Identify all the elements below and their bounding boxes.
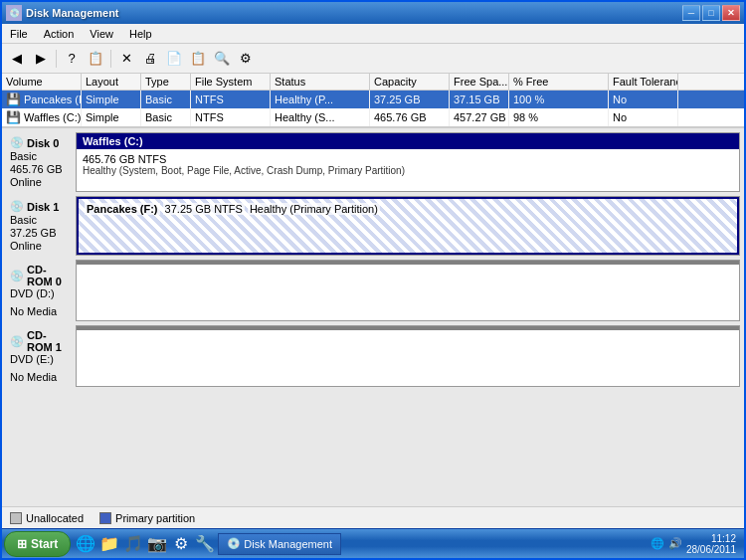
primary-label: Primary partition	[115, 512, 195, 524]
legend-bar: Unallocated Primary partition	[2, 506, 744, 528]
active-item-icon: 💿	[227, 537, 241, 550]
row1-capacity: 37.25 GB	[370, 91, 450, 108]
properties-button[interactable]: 📋	[85, 48, 106, 70]
menubar: File Action View Help	[2, 24, 744, 44]
legend-unallocated: Unallocated	[10, 512, 84, 524]
row1-status: Healthy (P...	[271, 91, 370, 108]
cdrom0-header	[77, 261, 739, 265]
disk1-size: 37.25 GB	[10, 227, 72, 239]
disk0-health: Healthy (System, Boot, Page File, Active…	[83, 165, 733, 176]
col-volume[interactable]: Volume	[2, 74, 82, 90]
copy-button[interactable]: 📄	[163, 48, 185, 70]
disk0-label: 💿 Disk 0 Basic 465.76 GB Online	[6, 132, 76, 192]
row1-layout: Simple	[82, 91, 141, 108]
disk-area: 💿 Disk 0 Basic 465.76 GB Online Waffles …	[2, 128, 744, 506]
table-row[interactable]: 💾 Waffles (C:) Simple Basic NTFS Healthy…	[2, 108, 744, 126]
disk1-row: 💿 Disk 1 Basic 37.25 GB Online Pancakes …	[6, 196, 740, 256]
col-capacity[interactable]: Capacity	[370, 74, 450, 90]
col-free[interactable]: Free Spa...	[450, 74, 509, 90]
primary-swatch	[99, 512, 111, 524]
help-toolbar-button[interactable]: ?	[61, 48, 83, 70]
disk1-partition-name: Pancakes (F:)	[85, 203, 160, 215]
titlebar-buttons: ─ □ ✕	[682, 5, 740, 21]
system-tray: 🌐 🔊 11:12 28/06/2011	[645, 533, 742, 555]
cdrom1-content[interactable]	[76, 325, 740, 387]
row2-type: Basic	[141, 108, 191, 126]
cdrom1-title: CD-ROM 1	[27, 329, 72, 353]
toolbar: ◀ ▶ ? 📋 ✕ 🖨 📄 📋 🔍 ⚙	[2, 44, 744, 74]
row1-type: Basic	[141, 91, 191, 108]
menu-help[interactable]: Help	[121, 26, 160, 42]
taskbar-tools-icon[interactable]: 🔧	[194, 533, 216, 555]
taskbar-folder-icon[interactable]: 📁	[98, 533, 120, 555]
close-button[interactable]: ✕	[722, 5, 740, 21]
col-percent[interactable]: % Free	[509, 74, 609, 90]
menu-action[interactable]: Action	[36, 26, 83, 42]
row1-volume: 💾 Pancakes (F:)	[2, 91, 82, 108]
toolbar-separator-1	[56, 50, 57, 68]
windows-logo-icon: ⊞	[17, 537, 27, 551]
cdrom0-content[interactable]	[76, 260, 740, 321]
row2-percent: 98 %	[509, 108, 609, 126]
cdrom-icon: 💿	[10, 270, 24, 282]
maximize-button[interactable]: □	[702, 5, 720, 21]
disk0-size: 465.76 GB	[10, 163, 72, 175]
disk1-type: Basic	[10, 214, 72, 226]
taskbar-camera-icon[interactable]: 📷	[146, 533, 168, 555]
disk0-details: 465.76 GB NTFS	[83, 153, 733, 165]
row2-free: 457.27 GB	[450, 108, 509, 126]
disk1-partition-health: Healthy (Primary Partition)	[248, 203, 380, 215]
unallocated-swatch	[10, 512, 22, 524]
clock: 11:12 28/06/2011	[686, 533, 736, 555]
taskbar-active-item[interactable]: 💿 Disk Management	[218, 533, 341, 555]
titlebar-left: 💿 Disk Management	[6, 5, 119, 21]
disk1-primary-partition[interactable]: Pancakes (F:) 37.25 GB NTFS Healthy (Pri…	[77, 197, 739, 255]
col-filesystem[interactable]: File System	[191, 74, 271, 90]
row2-volume: 💾 Waffles (C:)	[2, 108, 82, 126]
row1-fault: No	[609, 91, 678, 108]
taskbar-ie-icon[interactable]: 🌐	[75, 533, 96, 555]
hdd-icon: 💾	[6, 93, 21, 106]
taskbar-items: 🌐 📁 🎵 📷 ⚙ 🔧 💿 Disk Management	[71, 533, 645, 555]
minimize-button[interactable]: ─	[682, 5, 700, 21]
network-icon: 🌐	[651, 537, 664, 550]
volume-table: Volume Layout Type File System Status Ca…	[2, 74, 744, 128]
legend-primary: Primary partition	[99, 512, 195, 524]
menu-file[interactable]: File	[2, 26, 36, 42]
col-type[interactable]: Type	[141, 74, 191, 90]
delete-button[interactable]: ✕	[115, 48, 137, 70]
disk0-body: 465.76 GB NTFS Healthy (System, Boot, Pa…	[77, 149, 739, 180]
wizard-button[interactable]: ⚙	[235, 48, 257, 70]
forward-button[interactable]: ▶	[30, 48, 52, 70]
volume-icon: 🔊	[668, 537, 682, 550]
cdrom0-title: CD-ROM 0	[27, 264, 72, 287]
row1-fs: NTFS	[191, 91, 271, 108]
table-row[interactable]: 💾 Pancakes (F:) Simple Basic NTFS Health…	[2, 91, 744, 108]
back-button[interactable]: ◀	[6, 48, 28, 70]
print-button[interactable]: 🖨	[139, 48, 161, 70]
col-status[interactable]: Status	[271, 74, 370, 90]
menu-view[interactable]: View	[82, 26, 121, 42]
taskbar-media-icon[interactable]: 🎵	[122, 533, 144, 555]
taskbar-settings-icon[interactable]: ⚙	[170, 533, 192, 555]
disk-icon: 💿	[10, 136, 24, 149]
refresh-button[interactable]: 🔍	[211, 48, 233, 70]
col-layout[interactable]: Layout	[82, 74, 141, 90]
paste-button[interactable]: 📋	[187, 48, 209, 70]
cdrom0-media: No Media	[10, 305, 72, 317]
cdrom0-label: 💿 CD-ROM 0 DVD (D:) No Media	[6, 260, 76, 321]
disk0-status: Online	[10, 176, 72, 188]
cdrom1-header	[77, 326, 739, 330]
main-window: 💿 Disk Management ─ □ ✕ File Action View…	[0, 0, 746, 560]
disk0-content[interactable]: Waffles (C:) 465.76 GB NTFS Healthy (Sys…	[76, 132, 740, 192]
row2-fs: NTFS	[191, 108, 271, 126]
cdrom1-row: 💿 CD-ROM 1 DVD (E:) No Media	[6, 325, 740, 387]
window-title: Disk Management	[26, 7, 119, 19]
disk1-content[interactable]: Pancakes (F:) 37.25 GB NTFS Healthy (Pri…	[76, 196, 740, 256]
taskbar: ⊞ Start 🌐 📁 🎵 📷 ⚙ 🔧 💿 Disk Management 🌐 …	[2, 528, 744, 558]
start-button[interactable]: ⊞ Start	[4, 531, 71, 557]
col-fault[interactable]: Fault Tolerance	[609, 74, 678, 90]
disk-icon: 💿	[10, 200, 24, 213]
cdrom1-media: No Media	[10, 371, 72, 383]
row2-status: Healthy (S...	[271, 108, 370, 126]
